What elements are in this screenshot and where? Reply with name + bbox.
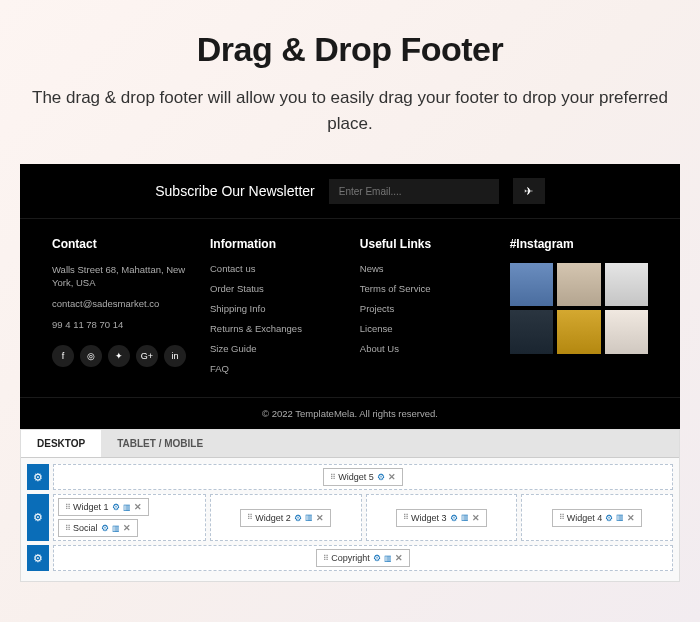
instagram-thumb[interactable] xyxy=(510,263,553,306)
newsletter-submit-button[interactable]: ✈ xyxy=(513,178,545,204)
row-settings-button[interactable]: ⚙ xyxy=(27,545,49,571)
footer-col-contact: Contact Walls Street 68, Mahattan, New Y… xyxy=(52,237,186,383)
gear-icon[interactable]: ⚙ xyxy=(294,513,302,523)
drop-cell[interactable]: ⠿ Widget 2 ⚙ ▥ ✕ xyxy=(210,494,362,541)
gear-icon[interactable]: ⚙ xyxy=(101,523,109,533)
close-icon[interactable]: ✕ xyxy=(123,523,131,533)
instagram-thumb[interactable] xyxy=(557,263,600,306)
widget-label: Widget 1 xyxy=(73,502,109,512)
builder-row: ⚙ ⠿ Widget 1 ⚙ ▥ ✕ ⠿ Social ⚙ xyxy=(27,494,673,541)
drop-cell[interactable]: ⠿ Widget 4 ⚙ ▥ ✕ xyxy=(521,494,673,541)
widget-chip-copyright[interactable]: ⠿ Copyright ⚙ ▥ ✕ xyxy=(316,549,410,567)
instagram-thumb[interactable] xyxy=(557,310,600,353)
tab-desktop[interactable]: DESKTOP xyxy=(21,430,101,457)
instagram-thumb[interactable] xyxy=(510,310,553,353)
useful-link[interactable]: News xyxy=(360,263,486,274)
gear-icon[interactable]: ⚙ xyxy=(112,502,120,512)
close-icon[interactable]: ✕ xyxy=(134,502,142,512)
widget-label: Social xyxy=(73,523,98,533)
page-subtitle: The drag & drop footer will allow you to… xyxy=(20,85,680,136)
widget-chip-5[interactable]: ⠿ Widget 5 ⚙ ✕ xyxy=(323,468,403,486)
instagram-thumb[interactable] xyxy=(605,310,648,353)
linkedin-icon[interactable]: in xyxy=(164,345,186,367)
columns-icon[interactable]: ▥ xyxy=(305,513,313,522)
widget-chip-2[interactable]: ⠿ Widget 2 ⚙ ▥ ✕ xyxy=(240,509,331,527)
footer-builder: DESKTOP TABLET / MOBILE ⚙ ⠿ Widget 5 ⚙ ✕… xyxy=(20,429,680,582)
useful-heading: Useful Links xyxy=(360,237,486,251)
widget-label: Widget 2 xyxy=(255,513,291,523)
columns-icon[interactable]: ▥ xyxy=(461,513,469,522)
close-icon[interactable]: ✕ xyxy=(395,553,403,563)
close-icon[interactable]: ✕ xyxy=(472,513,480,523)
info-link[interactable]: Size Guide xyxy=(210,343,336,354)
info-link[interactable]: Order Status xyxy=(210,283,336,294)
widget-chip-4[interactable]: ⠿ Widget 4 ⚙ ▥ ✕ xyxy=(552,509,643,527)
drop-cell[interactable]: ⠿ Widget 1 ⚙ ▥ ✕ ⠿ Social ⚙ ▥ ✕ xyxy=(53,494,206,541)
gear-icon[interactable]: ⚙ xyxy=(605,513,613,523)
gear-icon: ⚙ xyxy=(33,552,43,565)
info-link[interactable]: FAQ xyxy=(210,363,336,374)
drag-handle-icon: ⠿ xyxy=(323,554,328,563)
twitter-icon[interactable]: ✦ xyxy=(108,345,130,367)
info-link[interactable]: Contact us xyxy=(210,263,336,274)
footer-col-information: Information Contact us Order Status Ship… xyxy=(210,237,336,383)
widget-chip-1[interactable]: ⠿ Widget 1 ⚙ ▥ ✕ xyxy=(58,498,149,516)
widget-label: Widget 3 xyxy=(411,513,447,523)
newsletter-title: Subscribe Our Newsletter xyxy=(155,183,315,199)
paper-plane-icon: ✈ xyxy=(524,185,533,197)
newsletter-email-input[interactable] xyxy=(329,179,499,204)
widget-label: Copyright xyxy=(331,553,370,563)
drag-handle-icon: ⠿ xyxy=(330,473,335,482)
gear-icon: ⚙ xyxy=(33,471,43,484)
instagram-thumb[interactable] xyxy=(605,263,648,306)
drag-handle-icon: ⠿ xyxy=(559,513,564,522)
instagram-icon[interactable]: ◎ xyxy=(80,345,102,367)
builder-row: ⚙ ⠿ Copyright ⚙ ▥ ✕ xyxy=(27,545,673,571)
drag-handle-icon: ⠿ xyxy=(65,503,70,512)
useful-link[interactable]: Terms of Service xyxy=(360,283,486,294)
footer-col-useful: Useful Links News Terms of Service Proje… xyxy=(360,237,486,383)
gear-icon: ⚙ xyxy=(33,511,43,524)
facebook-icon[interactable]: f xyxy=(52,345,74,367)
widget-label: Widget 4 xyxy=(567,513,603,523)
useful-link[interactable]: License xyxy=(360,323,486,334)
gear-icon[interactable]: ⚙ xyxy=(373,553,381,563)
builder-row: ⚙ ⠿ Widget 5 ⚙ ✕ xyxy=(27,464,673,490)
instagram-heading: #Instagram xyxy=(510,237,648,251)
columns-icon[interactable]: ▥ xyxy=(123,503,131,512)
builder-tabs: DESKTOP TABLET / MOBILE xyxy=(21,430,679,458)
info-link[interactable]: Shipping Info xyxy=(210,303,336,314)
gear-icon[interactable]: ⚙ xyxy=(450,513,458,523)
drop-cell[interactable]: ⠿ Widget 3 ⚙ ▥ ✕ xyxy=(366,494,518,541)
row-settings-button[interactable]: ⚙ xyxy=(27,464,49,490)
widget-label: Widget 5 xyxy=(338,472,374,482)
columns-icon[interactable]: ▥ xyxy=(384,554,392,563)
contact-phone: 99 4 11 78 70 14 xyxy=(52,318,186,331)
drag-handle-icon: ⠿ xyxy=(403,513,408,522)
information-heading: Information xyxy=(210,237,336,251)
contact-email: contact@sadesmarket.co xyxy=(52,297,186,310)
drag-handle-icon: ⠿ xyxy=(65,524,70,533)
columns-icon[interactable]: ▥ xyxy=(112,524,120,533)
close-icon[interactable]: ✕ xyxy=(388,472,396,482)
useful-link[interactable]: Projects xyxy=(360,303,486,314)
googleplus-icon[interactable]: G+ xyxy=(136,345,158,367)
drag-handle-icon: ⠿ xyxy=(247,513,252,522)
drop-cell[interactable]: ⠿ Copyright ⚙ ▥ ✕ xyxy=(53,545,673,571)
contact-heading: Contact xyxy=(52,237,186,251)
tab-tablet-mobile[interactable]: TABLET / MOBILE xyxy=(101,430,219,457)
useful-link[interactable]: About Us xyxy=(360,343,486,354)
widget-chip-3[interactable]: ⠿ Widget 3 ⚙ ▥ ✕ xyxy=(396,509,487,527)
footer-col-instagram: #Instagram xyxy=(510,237,648,383)
copyright-text: © 2022 TemplateMela. All rights reserved… xyxy=(20,397,680,429)
row-settings-button[interactable]: ⚙ xyxy=(27,494,49,541)
newsletter-bar: Subscribe Our Newsletter ✈ xyxy=(20,164,680,219)
close-icon[interactable]: ✕ xyxy=(627,513,635,523)
drop-cell[interactable]: ⠿ Widget 5 ⚙ ✕ xyxy=(53,464,673,490)
widget-chip-social[interactable]: ⠿ Social ⚙ ▥ ✕ xyxy=(58,519,138,537)
close-icon[interactable]: ✕ xyxy=(316,513,324,523)
gear-icon[interactable]: ⚙ xyxy=(377,472,385,482)
columns-icon[interactable]: ▥ xyxy=(616,513,624,522)
footer-preview: Subscribe Our Newsletter ✈ Contact Walls… xyxy=(20,164,680,429)
info-link[interactable]: Returns & Exchanges xyxy=(210,323,336,334)
